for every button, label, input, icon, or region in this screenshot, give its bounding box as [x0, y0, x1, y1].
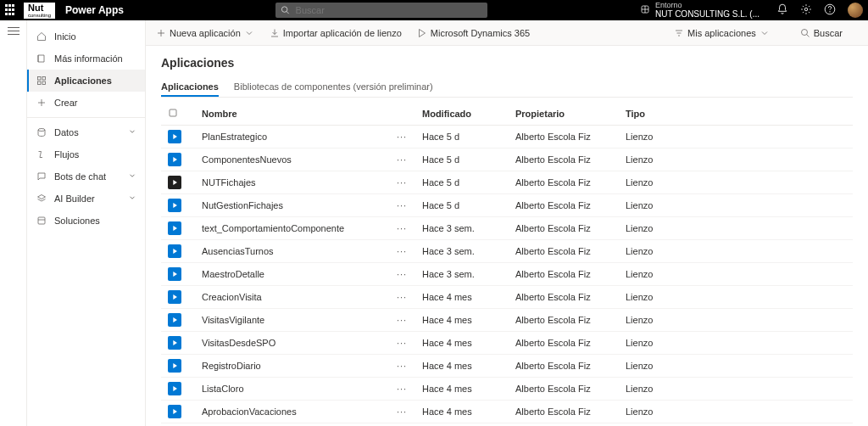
nav-data[interactable]: Datos	[27, 121, 145, 143]
row-more-button[interactable]: ···	[397, 384, 407, 394]
row-more-button[interactable]: ···	[397, 177, 407, 188]
table-row[interactable]: VisitasDesdeSPO···Hace 4 mesAlberto Esco…	[161, 332, 853, 355]
svg-marker-22	[173, 134, 177, 139]
search-input[interactable]	[296, 5, 483, 15]
row-more-button[interactable]: ···	[397, 361, 407, 371]
row-more-button[interactable]: ···	[397, 269, 407, 279]
svg-rect-7	[42, 77, 46, 81]
my-apps-filter[interactable]: Mis aplicaciones	[674, 28, 770, 38]
app-owner: Alberto Escola Fiz	[509, 332, 619, 355]
row-more-button[interactable]: ···	[397, 292, 407, 302]
app-modified: Hace 5 d	[415, 171, 509, 194]
table-row[interactable]: CreacionVisita···Hace 4 mesAlberto Escol…	[161, 286, 853, 309]
svg-point-5	[830, 11, 831, 12]
svg-marker-25	[173, 203, 177, 208]
app-name[interactable]: ListaCloro	[195, 378, 390, 401]
select-column-icon[interactable]	[168, 109, 178, 120]
app-icon	[168, 199, 181, 212]
product-brand: Power Apps	[65, 4, 124, 16]
table-row[interactable]: NutGestionFichajes···Hace 5 dAlberto Esc…	[161, 194, 853, 217]
app-name[interactable]: CreacionVisita	[195, 286, 390, 309]
nav-create[interactable]: Crear	[27, 92, 145, 114]
global-search[interactable]	[275, 3, 487, 18]
app-icon	[168, 130, 181, 143]
table-row[interactable]: VisitasVigilante···Hace 4 mesAlberto Esc…	[161, 309, 853, 332]
new-app-button[interactable]: Nueva aplicación	[156, 28, 254, 38]
col-modified[interactable]: Modificado	[415, 103, 509, 126]
nav-learn-label: Más información	[54, 53, 123, 64]
tab-component-libraries[interactable]: Bibliotecas de componentes (versión prel…	[234, 78, 433, 97]
app-modified: Hace 4 mes	[415, 332, 509, 355]
svg-rect-9	[42, 81, 46, 85]
col-name[interactable]: Nombre	[195, 103, 390, 126]
app-name[interactable]: AprobacionVacaciones	[195, 401, 390, 423]
row-more-button[interactable]: ···	[397, 132, 407, 142]
apps-table: Nombre Modificado Propietario Tipo PlanE…	[161, 103, 853, 426]
svg-marker-23	[173, 157, 177, 162]
app-name[interactable]: AusenciasTurnos	[195, 240, 390, 263]
app-name[interactable]: GestionCapacidades	[195, 423, 390, 427]
search-icon	[800, 28, 810, 38]
app-name[interactable]: NUTFichajes	[195, 171, 390, 194]
app-name[interactable]: NutGestionFichajes	[195, 194, 390, 217]
table-row[interactable]: text_ComportamientoComponente···Hace 3 s…	[161, 217, 853, 240]
nav-apps[interactable]: Aplicaciones	[27, 70, 145, 92]
row-more-button[interactable]: ···	[397, 338, 407, 348]
list-search-button[interactable]: Buscar	[800, 28, 843, 38]
nav-chatbots[interactable]: Bots de chat	[27, 165, 145, 188]
nav-flows[interactable]: Flujos	[27, 143, 145, 165]
table-row[interactable]: AusenciasTurnos···Hace 3 sem.Alberto Esc…	[161, 240, 853, 263]
row-more-button[interactable]: ···	[397, 246, 407, 256]
search-icon	[281, 5, 290, 15]
notifications-icon[interactable]	[776, 3, 788, 18]
table-row[interactable]: ComponentesNuevos···Hace 5 dAlberto Esco…	[161, 149, 853, 171]
collapse-nav-button[interactable]	[8, 27, 19, 426]
nav-chatbots-label: Bots de chat	[54, 171, 106, 182]
table-row[interactable]: RegistroDiario···Hace 4 mesAlberto Escol…	[161, 355, 853, 378]
nav-home[interactable]: Inicio	[27, 25, 145, 48]
nav-ai-label: AI Builder	[54, 193, 95, 204]
row-more-button[interactable]: ···	[397, 315, 407, 325]
app-name[interactable]: RegistroDiario	[195, 355, 390, 378]
import-app-button[interactable]: Importar aplicación de lienzo	[270, 28, 402, 38]
settings-icon[interactable]	[800, 3, 812, 18]
dynamics-button[interactable]: Microsoft Dynamics 365	[417, 28, 530, 38]
row-more-button[interactable]: ···	[397, 200, 407, 210]
table-row[interactable]: NUTFichajes···Hace 5 dAlberto Escola Fiz…	[161, 171, 853, 194]
row-more-button[interactable]: ···	[397, 154, 407, 165]
app-name[interactable]: VisitasDesdeSPO	[195, 332, 390, 355]
app-icon	[168, 244, 181, 258]
tab-apps[interactable]: Aplicaciones	[161, 78, 219, 97]
app-name[interactable]: PlanEstrategico	[195, 126, 390, 149]
svg-marker-32	[173, 363, 177, 368]
app-name[interactable]: ComponentesNuevos	[195, 149, 390, 171]
waffle-menu[interactable]	[5, 4, 17, 16]
app-modified: Hace 4 mes	[415, 309, 509, 332]
environment-picker[interactable]: Entorno NUT CONSULTING S.L. (...	[640, 2, 760, 20]
app-name[interactable]: text_ComportamientoComponente	[195, 217, 390, 240]
table-row[interactable]: MaestroDetalle···Hace 3 sem.Alberto Esco…	[161, 263, 853, 286]
col-type[interactable]: Tipo	[619, 103, 853, 126]
row-more-button[interactable]: ···	[397, 223, 407, 233]
table-row[interactable]: PlanEstrategico···Hace 5 dAlberto Escola…	[161, 126, 853, 149]
nav-ai[interactable]: AI Builder	[27, 188, 145, 210]
nav-solutions[interactable]: Soluciones	[27, 210, 145, 232]
col-owner[interactable]: Propietario	[509, 103, 619, 126]
help-icon[interactable]	[824, 3, 836, 18]
table-row[interactable]: AprobacionVacaciones···Hace 4 mesAlberto…	[161, 401, 853, 423]
apps-icon	[36, 75, 47, 87]
svg-marker-24	[173, 180, 177, 185]
user-avatar[interactable]	[848, 3, 863, 18]
svg-marker-34	[173, 409, 177, 414]
app-owner: Alberto Escola Fiz	[509, 355, 619, 378]
chat-icon	[36, 171, 47, 182]
app-modified: Hace 3 sem.	[415, 263, 509, 286]
svg-rect-6	[38, 77, 42, 81]
app-name[interactable]: VisitasVigilante	[195, 309, 390, 332]
nav-learn[interactable]: Más información	[27, 48, 145, 70]
app-name[interactable]: MaestroDetalle	[195, 263, 390, 286]
table-row[interactable]: GestionCapacidades···Hace 4 mesAlberto E…	[161, 423, 853, 427]
row-more-button[interactable]: ···	[397, 406, 407, 417]
table-row[interactable]: ListaCloro···Hace 4 mesAlberto Escola Fi…	[161, 378, 853, 401]
app-modified: Hace 4 mes	[415, 355, 509, 378]
